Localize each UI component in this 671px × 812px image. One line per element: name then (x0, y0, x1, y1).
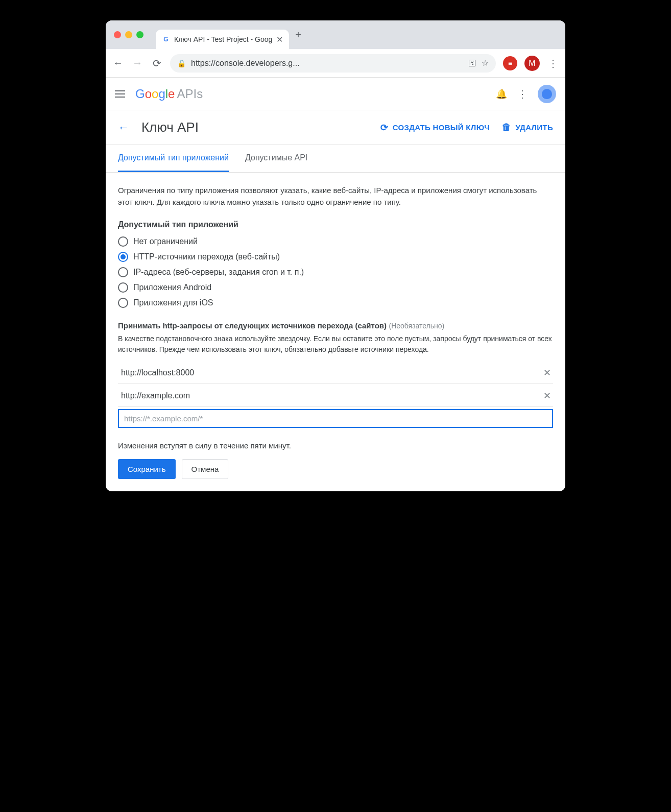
logo[interactable]: Google APIs (135, 87, 203, 101)
referrer-row: http://localhost:8000 ✕ (118, 361, 553, 384)
radio-option-android[interactable]: Приложения Android (118, 282, 553, 293)
delete-button[interactable]: 🗑 УДАЛИТЬ (502, 122, 553, 133)
logo-apis: APIs (177, 87, 203, 101)
remove-referrer-icon[interactable]: ✕ (543, 390, 551, 401)
add-referrer-input[interactable] (118, 409, 553, 428)
key-icon[interactable]: ⚿ (468, 59, 476, 68)
address-bar[interactable]: 🔒 https://console.developers.g... ⚿ ☆ (170, 54, 496, 73)
optional-label: (Необязательно) (389, 322, 445, 330)
page-title-row: ← Ключ API ⟳ СОЗДАТЬ НОВЫЙ КЛЮЧ 🗑 УДАЛИТ… (106, 110, 565, 145)
extension-icon[interactable]: ≡ (503, 56, 517, 70)
cancel-button[interactable]: Отмена (182, 459, 229, 479)
radio-label: Приложения Android (133, 283, 211, 292)
app-types-heading: Допустимый тип приложений (118, 220, 553, 229)
radio-icon (118, 282, 128, 293)
browser-window: G Ключ API - Test Project - Goog ✕ + ← →… (106, 20, 565, 491)
tabs-row: Допустимый тип приложений Допустимые API (106, 145, 565, 173)
account-avatar[interactable] (538, 85, 556, 103)
page-title: Ключ API (141, 120, 368, 135)
referrer-list: http://localhost:8000 ✕ http://example.c… (118, 361, 553, 428)
more-menu-icon[interactable]: ⋮ (517, 88, 528, 100)
back-icon[interactable]: ← (112, 57, 124, 69)
create-new-key-label: СОЗДАТЬ НОВЫЙ КЛЮЧ (393, 123, 490, 132)
radio-label: Приложения для iOS (133, 298, 213, 307)
referrers-section: Принимать http-запросы от следующих исто… (118, 321, 553, 428)
lock-icon: 🔒 (177, 59, 186, 67)
minimize-window-button[interactable] (125, 31, 132, 38)
forward-icon[interactable]: → (131, 57, 143, 69)
reload-icon[interactable]: ⟳ (151, 57, 163, 69)
save-button[interactable]: Сохранить (118, 459, 176, 479)
create-new-key-button[interactable]: ⟳ СОЗДАТЬ НОВЫЙ КЛЮЧ (380, 122, 490, 133)
remove-referrer-icon[interactable]: ✕ (543, 367, 551, 378)
radio-label: Нет ограничений (133, 237, 198, 246)
browser-menu-icon[interactable]: ⋮ (547, 57, 559, 69)
radio-label: IP-адреса (веб-серверы, задания cron и т… (133, 268, 304, 277)
radio-icon (118, 252, 128, 262)
browser-tab[interactable]: G Ключ API - Test Project - Goog ✕ (156, 30, 289, 49)
url-toolbar: ← → ⟳ 🔒 https://console.developers.g... … (106, 49, 565, 78)
favicon-google-icon: G (162, 35, 170, 43)
radio-icon (118, 267, 128, 277)
close-window-button[interactable] (114, 31, 121, 38)
restrictions-description: Ограничения по типу приложения позволяют… (118, 185, 553, 208)
window-controls (114, 31, 143, 38)
gapi-header: Google APIs 🔔 ⋮ (106, 78, 565, 110)
referrer-row: http://example.com ✕ (118, 384, 553, 407)
url-text: https://console.developers.g... (191, 59, 463, 68)
close-tab-icon[interactable]: ✕ (276, 35, 283, 44)
delete-label: УДАЛИТЬ (515, 123, 553, 132)
referrers-description: В качестве подстановочного знака использ… (118, 333, 553, 355)
radio-icon (118, 298, 128, 308)
profile-avatar[interactable]: M (524, 56, 540, 71)
radio-label: HTTP-источники перехода (веб-сайты) (133, 252, 280, 261)
content-area: Ограничения по типу приложения позволяют… (106, 173, 565, 491)
referrer-value: http://example.com (121, 391, 190, 400)
tab-app-types[interactable]: Допустимый тип приложений (118, 145, 229, 172)
radio-option-ios[interactable]: Приложения для iOS (118, 298, 553, 308)
star-icon[interactable]: ☆ (482, 58, 489, 68)
radio-option-none[interactable]: Нет ограничений (118, 236, 553, 247)
browser-tab-title: Ключ API - Test Project - Goog (174, 35, 272, 43)
propagation-notice: Изменения вступят в силу в течение пяти … (118, 441, 553, 450)
tab-apis[interactable]: Допустимые API (245, 145, 307, 172)
notifications-icon[interactable]: 🔔 (496, 88, 507, 100)
logo-google: Google (135, 87, 175, 101)
maximize-window-button[interactable] (136, 31, 143, 38)
radio-option-http-referrers[interactable]: HTTP-источники перехода (веб-сайты) (118, 252, 553, 262)
hamburger-menu-icon[interactable] (115, 90, 125, 98)
radio-option-ip-addresses[interactable]: IP-адреса (веб-серверы, задания cron и т… (118, 267, 553, 277)
radio-icon (118, 236, 128, 247)
window-titlebar: G Ключ API - Test Project - Goog ✕ + (106, 20, 565, 49)
app-type-radio-group: Нет ограничений HTTP-источники перехода … (118, 236, 553, 308)
refresh-icon: ⟳ (380, 122, 388, 133)
form-actions: Сохранить Отмена (118, 459, 553, 479)
trash-icon: 🗑 (502, 122, 511, 133)
new-tab-button[interactable]: + (295, 29, 301, 41)
back-arrow-icon[interactable]: ← (118, 121, 129, 134)
referrers-heading: Принимать http-запросы от следующих исто… (118, 321, 387, 330)
referrer-value: http://localhost:8000 (121, 368, 194, 377)
